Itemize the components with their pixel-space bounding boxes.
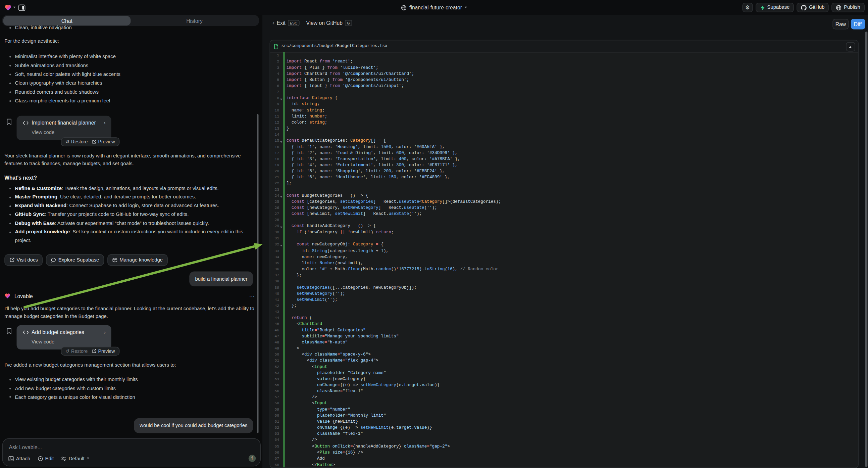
settings-button[interactable]: ⚙ xyxy=(742,3,752,12)
lovable-logo-menu[interactable] xyxy=(4,4,16,11)
edit-card-title-row[interactable]: Implement financial planner › xyxy=(23,119,106,125)
raw-tab[interactable]: Raw xyxy=(832,19,848,29)
code-line: 12 color: string; xyxy=(271,119,858,125)
list-item: Subtle animations and transitions xyxy=(4,61,120,69)
file-header[interactable]: src/components/budget/BudgetCategories.t… xyxy=(271,40,858,52)
window-scrollbar[interactable] xyxy=(865,32,867,467)
toggle-sidebar-button[interactable] xyxy=(18,4,25,11)
bullet-icon xyxy=(9,56,11,57)
line-number: 35 xyxy=(271,261,279,265)
bullet-icon xyxy=(9,74,11,75)
preview-button[interactable]: Preview xyxy=(92,139,115,144)
bullet-icon xyxy=(9,82,11,84)
line-number: 60 xyxy=(271,413,279,418)
exit-button[interactable]: ‹ Exit ESC xyxy=(273,20,300,26)
image-icon xyxy=(8,456,14,461)
fold-icon[interactable] xyxy=(280,98,282,100)
line-number: 19 xyxy=(271,163,279,167)
line-number: 57 xyxy=(271,395,279,400)
chat-bubble-icon xyxy=(51,257,56,262)
code-line: 31 xyxy=(271,235,858,241)
supabase-button[interactable]: Supabase xyxy=(755,3,794,12)
code-line: 11 limit: number; xyxy=(271,113,858,119)
line-number: 43 xyxy=(271,310,279,314)
github-button[interactable]: GitHub xyxy=(797,3,829,12)
code-line: 56 className="flex-1" xyxy=(271,388,858,394)
code-line: 64 /> xyxy=(271,437,858,443)
publish-button[interactable]: Publish xyxy=(832,3,865,12)
line-number: 20 xyxy=(271,169,279,173)
code-line: 34 name: newCategory, xyxy=(271,254,858,260)
project-switcher[interactable]: financial-future-creator xyxy=(401,0,467,15)
line-number: 34 xyxy=(271,255,279,259)
manage-knowledge-button[interactable]: Manage knowledge xyxy=(107,254,168,266)
line-number: 12 xyxy=(271,120,279,124)
line-number: 22 xyxy=(271,181,279,186)
code-line: 52 <Input xyxy=(271,363,858,370)
supabase-icon xyxy=(760,5,765,10)
edit-card-implement-financial-planner[interactable]: Implement financial planner › View code xyxy=(17,116,111,140)
view-on-github-button[interactable]: View on GitHub G xyxy=(306,20,352,26)
line-number: 29 xyxy=(271,224,279,228)
line-number: 16 xyxy=(271,145,279,149)
send-button[interactable]: ↑ xyxy=(249,455,256,462)
fold-icon[interactable] xyxy=(280,141,282,143)
line-number: 61 xyxy=(271,420,279,424)
chat-scrollbar[interactable] xyxy=(257,114,258,433)
code-line: 67 Add xyxy=(271,455,858,461)
code-line: 33 id: String(categories.length + 1), xyxy=(271,247,858,254)
bullet-icon xyxy=(9,214,11,215)
bullet-icon xyxy=(9,232,11,233)
line-number: 54 xyxy=(271,377,279,381)
line-number: 18 xyxy=(271,157,279,161)
list-item: View existing budget categories with the… xyxy=(4,375,138,384)
view-code-link[interactable]: View code xyxy=(32,129,54,135)
code-line: 30 if (!newCategory || !newLimit) return… xyxy=(271,229,858,235)
bullet-icon xyxy=(9,196,11,198)
restore-button[interactable]: ↺Restore xyxy=(65,348,88,353)
line-number: 5 xyxy=(271,77,279,82)
globe-icon xyxy=(836,5,841,10)
edit-card-add-budget-categories[interactable]: Add budget categories › View code xyxy=(17,325,111,350)
tab-history[interactable]: History xyxy=(130,16,258,25)
code-line: 29 const handleAddCategory = () => { xyxy=(271,223,858,229)
line-number: 2 xyxy=(271,59,279,63)
visit-docs-button[interactable]: Visit docs xyxy=(4,254,42,266)
attach-button[interactable]: Attach xyxy=(8,456,30,461)
external-link-icon xyxy=(92,139,96,144)
line-number: 46 xyxy=(271,328,279,332)
view-code-link[interactable]: View code xyxy=(32,339,54,344)
user-message: build a financial planner xyxy=(190,271,253,286)
message-menu-button[interactable]: ⋯ xyxy=(249,293,254,299)
code-line: 1 xyxy=(271,52,858,58)
code-line: 51 <div className="flex gap-4"> xyxy=(271,357,858,363)
code-line: 46 title="Budget Categories" xyxy=(271,327,858,333)
code-line: 28 xyxy=(271,217,858,223)
explore-supabase-button[interactable]: Explore Supabase xyxy=(46,254,104,266)
bookmark-icon[interactable] xyxy=(7,328,12,335)
edit-card-title-row[interactable]: Add budget categories › xyxy=(23,329,106,335)
chat-input[interactable]: Ask Lovable... xyxy=(9,444,41,450)
bookmark-icon[interactable] xyxy=(7,118,12,125)
line-number: 68 xyxy=(271,462,279,467)
edit-mode-button[interactable]: Edit xyxy=(37,456,54,461)
model-selector[interactable]: Default xyxy=(61,456,89,461)
assistant-name: Lovable xyxy=(14,293,33,299)
list-item: Soft, neutral color palette with light b… xyxy=(4,70,120,79)
collapse-file-button[interactable] xyxy=(846,42,855,51)
code-line: 39 setCategories([...categories, newCate… xyxy=(271,284,858,290)
diff-tab[interactable]: Diff xyxy=(850,19,865,29)
list-item: Glass-morphic elements for a premium fee… xyxy=(4,96,120,105)
fold-icon[interactable] xyxy=(280,196,282,198)
chevron-down-icon xyxy=(13,7,16,8)
preview-button[interactable]: Preview xyxy=(92,348,115,353)
fold-icon[interactable] xyxy=(280,245,282,247)
panel-toggle-icon xyxy=(18,4,25,11)
line-number: 62 xyxy=(271,426,279,430)
restore-button[interactable]: ↺Restore xyxy=(65,139,88,144)
code-line: 40 setNewCategory(''); xyxy=(271,290,858,296)
line-number: 1 xyxy=(271,53,279,57)
line-number: 28 xyxy=(271,218,279,222)
fold-icon[interactable] xyxy=(280,227,282,228)
code-line: 37 }; xyxy=(271,272,858,278)
